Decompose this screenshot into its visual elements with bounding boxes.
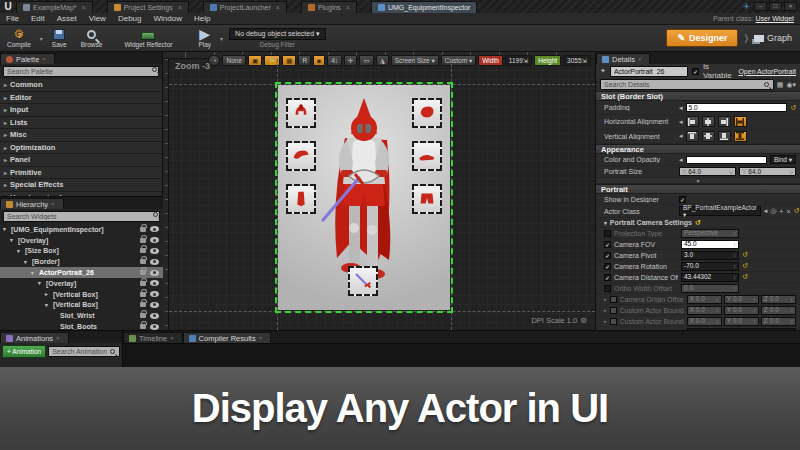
close-icon[interactable]: × [82, 4, 86, 11]
override-checkbox[interactable]: ✓ [604, 274, 611, 281]
palette-category[interactable]: ▸ Special Effects [0, 179, 162, 192]
tree-expander-icon[interactable]: ▾ [45, 302, 51, 308]
menu-edit[interactable]: Edit [31, 14, 45, 23]
slot-boots[interactable] [412, 141, 442, 171]
open-actorportrait-link[interactable]: Open ActorPortrait [738, 68, 796, 75]
tree-expander-icon[interactable]: ▾ [31, 270, 37, 276]
grid-snap-button[interactable]: ▦ [282, 55, 296, 66]
tab-plugins[interactable]: Plugins × [301, 1, 357, 13]
maximize-button[interactable]: □ [769, 2, 782, 11]
palette-category[interactable]: ▸ Common [0, 79, 162, 92]
z-field[interactable]: Z0.0↕ [761, 295, 796, 304]
visibility-eye-icon[interactable] [150, 280, 159, 286]
widget-tree-row[interactable]: ▾ [Vertical Box] [0, 300, 163, 311]
details-search-input[interactable] [600, 79, 774, 90]
camera-settings-header[interactable]: ▾ Portrait Camera Settings ↺ [596, 218, 800, 228]
tree-expander-icon[interactable]: ▸ [604, 318, 607, 324]
widget-reflector-button[interactable]: Widget Reflector [117, 25, 179, 51]
override-checkbox[interactable]: ✓ [604, 241, 611, 248]
slot-weapon[interactable] [348, 266, 378, 296]
color-swatch[interactable] [686, 156, 767, 164]
valign-top-button[interactable] [686, 131, 699, 142]
reset-to-default-icon[interactable]: ↺ [695, 219, 701, 227]
animations-tab[interactable]: Animations × [0, 332, 69, 343]
visibility-eye-icon[interactable] [150, 313, 159, 319]
game-view-button[interactable]: ◔ [208, 55, 220, 66]
actor-portrait-widget[interactable] [278, 85, 450, 310]
reset-to-default-icon[interactable]: ↺ [742, 262, 748, 270]
section-portrait[interactable]: Portrait [596, 184, 800, 194]
tree-expander-icon[interactable]: ▾ [3, 226, 9, 232]
menu-help[interactable]: Help [194, 14, 210, 23]
feedback-icon[interactable]: ✈ [743, 2, 750, 11]
close-icon[interactable]: × [276, 4, 280, 11]
tree-expander-icon[interactable]: ▾ [17, 248, 23, 254]
padding-field[interactable]: 5.0 [686, 103, 788, 112]
override-checkbox[interactable] [610, 307, 617, 314]
palette-tab[interactable]: Palette × [0, 53, 55, 64]
z-field[interactable]: Z0.0↕ [761, 306, 796, 315]
palette-search-input[interactable] [3, 66, 159, 77]
visibility-eye-icon[interactable] [150, 226, 159, 232]
widget-tree-row[interactable]: ▾ [Border] [0, 256, 163, 267]
timeline-content[interactable] [123, 343, 800, 367]
preview-dropdown[interactable]: None [222, 55, 246, 66]
lock-icon[interactable] [140, 259, 146, 264]
lock-icon[interactable] [140, 302, 146, 307]
valign-bottom-button[interactable] [718, 131, 731, 142]
palette-category[interactable]: ▸ Misc [0, 129, 162, 142]
palette-category[interactable]: ▸ Primitive [0, 167, 162, 180]
halign-right-button[interactable] [718, 116, 731, 127]
value-field[interactable]: Perspective↕ [681, 229, 739, 238]
widget-tree-row[interactable]: ▾ [Overlay] [0, 235, 163, 246]
value-field[interactable]: 3.0↕ [681, 251, 739, 260]
value-field[interactable]: 45.0↕ [681, 240, 739, 249]
browse-asset-icon[interactable]: ◎ [770, 207, 776, 215]
halign-fill-button[interactable] [734, 116, 747, 127]
override-checkbox[interactable]: ✓ [604, 263, 611, 270]
override-checkbox[interactable] [610, 318, 617, 325]
lock-icon[interactable] [140, 292, 146, 297]
halign-left-button[interactable] [686, 116, 699, 127]
reset-to-default-icon[interactable]: ↺ [794, 207, 800, 215]
section-appearance[interactable]: Appearance [596, 144, 800, 154]
override-checkbox[interactable] [610, 296, 617, 303]
height-field[interactable]: 3055⇲ [563, 55, 591, 66]
override-checkbox[interactable] [604, 230, 611, 237]
graph-mode-button[interactable]: Graph [754, 33, 792, 43]
portrait-size-x-field[interactable]: X64.0⇲ [679, 167, 736, 176]
menu-view[interactable]: View [89, 14, 106, 23]
play-options-caret-icon[interactable]: ▾ [218, 35, 225, 42]
widget-tree-row[interactable]: ▾ [UMG_EquipmentInspector] [0, 224, 163, 235]
tab-projectlauncher[interactable]: ProjectLauncher × [203, 1, 287, 13]
transform-mode-button[interactable]: ✛ [344, 55, 357, 66]
slot-cloth[interactable] [286, 184, 316, 214]
lock-icon[interactable] [140, 313, 146, 318]
snap-size-stepper[interactable]: 4↕ [327, 55, 342, 66]
play-button[interactable]: ▶ Play [191, 25, 218, 51]
value-field[interactable]: 0.0↕ [681, 284, 739, 293]
designer-mode-button[interactable]: ✎ Designer [666, 29, 738, 47]
compiler-results-tab[interactable]: Compiler Results × [183, 332, 272, 343]
close-window-button[interactable]: × [784, 2, 797, 11]
details-tab[interactable]: Details × [596, 53, 650, 64]
menu-file[interactable]: File [6, 14, 19, 23]
lock-icon[interactable] [140, 227, 146, 232]
close-icon[interactable]: × [346, 4, 350, 11]
reset-to-default-icon[interactable]: ↺ [742, 251, 748, 259]
tree-expander-icon[interactable]: ▸ [604, 307, 607, 313]
add-animation-button[interactable]: + Animation [2, 345, 46, 358]
visibility-eye-icon[interactable] [150, 259, 159, 265]
close-icon[interactable]: × [42, 56, 46, 62]
display-filter-icon[interactable]: ▦ [777, 81, 784, 89]
tree-expander-icon[interactable]: ▸ [604, 296, 607, 302]
palette-category[interactable]: ▸ Lists [0, 117, 162, 130]
browse-button[interactable]: Browse [74, 25, 110, 51]
width-field[interactable]: 1199⇲ [505, 55, 532, 66]
z-field[interactable]: Z0.0↕ [761, 317, 796, 326]
close-icon[interactable]: × [170, 335, 174, 341]
x-field[interactable]: X0.0↕ [687, 295, 722, 304]
portrait-size-y-field[interactable]: Y64.0⇲ [739, 167, 796, 176]
minimize-button[interactable]: – [754, 2, 767, 11]
use-selected-icon[interactable]: ◂ [764, 207, 768, 215]
